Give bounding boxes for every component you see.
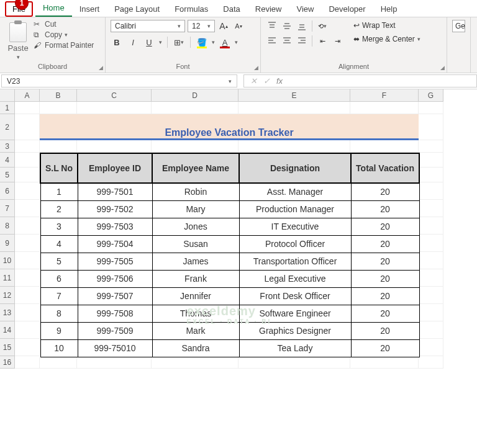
align-middle-button[interactable] — [281, 20, 293, 32]
tab-data[interactable]: Data — [216, 1, 247, 17]
table-cell[interactable]: Robin — [152, 183, 239, 200]
name-box[interactable]: V23 ▾ — [1, 74, 237, 87]
table-cell[interactable]: 20 — [351, 322, 419, 339]
table-cell[interactable]: 999-7508 — [78, 305, 152, 322]
cut-button[interactable]: ✂ Cut — [34, 20, 94, 29]
row-header[interactable]: 4 — [0, 153, 15, 168]
table-cell[interactable]: Software Engineer — [239, 305, 351, 322]
chevron-down-icon[interactable]: ▾ — [235, 39, 238, 45]
shrink-font-button[interactable]: A▾ — [232, 20, 245, 32]
tab-home[interactable]: Home — [35, 0, 72, 17]
table-cell[interactable]: 7 — [40, 287, 78, 305]
table-cell[interactable]: 20 — [351, 287, 419, 305]
table-cell[interactable]: 10 — [40, 339, 78, 357]
table-cell[interactable]: Frank — [152, 270, 239, 287]
table-cell[interactable]: Legal Executive — [239, 270, 351, 287]
table-cell[interactable]: Mark — [152, 322, 239, 339]
tab-page-layout[interactable]: Page Layout — [107, 1, 167, 17]
italic-button[interactable]: I — [127, 36, 139, 48]
font-size-select[interactable]: 12 ▾ — [188, 20, 215, 32]
row-header[interactable]: 12 — [0, 287, 15, 304]
tab-review[interactable]: Review — [248, 1, 289, 17]
alignment-launcher[interactable]: ◢ — [440, 65, 445, 71]
table-cell[interactable]: Asst. Manager — [239, 183, 351, 200]
table-cell[interactable]: Front Desk Officer — [239, 287, 351, 305]
row-header[interactable]: 8 — [0, 217, 15, 235]
column-header[interactable]: A — [15, 89, 40, 102]
borders-button[interactable]: ⊞▾ — [173, 36, 185, 48]
table-cell[interactable]: IT Executive — [239, 218, 351, 235]
row-header[interactable]: 11 — [0, 269, 15, 287]
cells-area[interactable]: Employee Vacation Tracker S.L NoEmployee… — [15, 102, 443, 369]
grow-font-button[interactable]: A▴ — [217, 20, 230, 32]
column-header[interactable]: B — [40, 89, 77, 102]
increase-indent-button[interactable]: ⇥ — [331, 35, 343, 47]
align-bottom-button[interactable] — [296, 20, 308, 32]
align-center-button[interactable] — [281, 35, 293, 47]
table-cell[interactable]: 9 — [40, 322, 78, 339]
table-cell[interactable]: 1 — [40, 183, 78, 200]
column-header[interactable]: E — [238, 89, 350, 102]
row-header[interactable]: 13 — [0, 304, 15, 321]
font-color-button[interactable]: A — [219, 36, 231, 48]
row-header[interactable]: 15 — [0, 339, 15, 356]
table-cell[interactable]: 999-7507 — [78, 287, 152, 305]
align-right-button[interactable] — [296, 35, 308, 47]
table-cell[interactable]: 999-7509 — [78, 322, 152, 339]
number-format-select[interactable]: Ge — [452, 20, 465, 32]
enter-icon[interactable]: ✓ — [263, 76, 270, 86]
tab-insert[interactable]: Insert — [72, 1, 107, 17]
row-header[interactable]: 14 — [0, 321, 15, 339]
format-painter-button[interactable]: 🖌 Format Painter — [34, 41, 94, 50]
table-cell[interactable]: 20 — [351, 183, 419, 200]
font-launcher[interactable]: ◢ — [254, 65, 258, 71]
column-header[interactable]: C — [77, 89, 152, 102]
table-cell[interactable]: 3 — [40, 218, 78, 235]
table-cell[interactable]: 20 — [351, 253, 419, 270]
table-cell[interactable]: 20 — [351, 235, 419, 253]
table-cell[interactable]: Thomas — [152, 305, 239, 322]
fill-color-button[interactable]: 🪣 — [196, 36, 208, 48]
row-header[interactable]: 9 — [0, 235, 15, 252]
table-cell[interactable]: Tea Lady — [239, 339, 351, 357]
row-header[interactable]: 7 — [0, 200, 15, 217]
table-cell[interactable]: 999-7506 — [78, 270, 152, 287]
wrap-text-button[interactable]: ↩ Wrap Text — [351, 20, 423, 31]
table-cell[interactable]: Transportation Officer — [239, 253, 351, 270]
table-cell[interactable]: 20 — [351, 339, 419, 357]
tab-help[interactable]: Help — [373, 1, 405, 17]
table-cell[interactable]: 999-7505 — [78, 253, 152, 270]
table-cell[interactable]: 4 — [40, 235, 78, 253]
row-header[interactable]: 16 — [0, 356, 15, 369]
clipboard-launcher[interactable]: ◢ — [99, 65, 103, 71]
row-header[interactable]: 2 — [0, 114, 15, 140]
table-cell[interactable]: 20 — [351, 200, 419, 218]
table-cell[interactable]: 20 — [351, 218, 419, 235]
table-cell[interactable]: 2 — [40, 200, 78, 218]
align-top-button[interactable] — [266, 20, 278, 32]
table-cell[interactable]: 5 — [40, 253, 78, 270]
row-header[interactable]: 10 — [0, 252, 15, 269]
table-cell[interactable]: Jones — [152, 218, 239, 235]
table-cell[interactable]: Sandra — [152, 339, 239, 357]
chevron-down-icon[interactable]: ▾ — [159, 39, 162, 45]
copy-button[interactable]: ⧉ Copy ▾ — [34, 30, 94, 39]
column-header[interactable]: F — [350, 89, 419, 102]
chevron-down-icon[interactable]: ▾ — [212, 39, 215, 45]
row-header[interactable]: 3 — [0, 140, 15, 153]
table-cell[interactable]: James — [152, 253, 239, 270]
table-cell[interactable]: 20 — [351, 270, 419, 287]
paste-button[interactable]: Paste ▾ — [5, 20, 31, 63]
table-cell[interactable]: Production Manager — [239, 200, 351, 218]
table-cell[interactable]: 999-7504 — [78, 235, 152, 253]
font-name-select[interactable]: Calibri ▾ — [111, 20, 185, 32]
table-cell[interactable]: 20 — [351, 305, 419, 322]
tab-developer[interactable]: Developer — [321, 1, 373, 17]
select-all-corner[interactable] — [0, 89, 15, 102]
tab-view[interactable]: View — [289, 1, 321, 17]
orientation-button[interactable]: ⟲▾ — [316, 20, 329, 32]
decrease-indent-button[interactable]: ⇤ — [316, 35, 329, 47]
bold-button[interactable]: B — [111, 36, 123, 48]
column-header[interactable]: G — [419, 89, 443, 102]
table-cell[interactable]: 6 — [40, 270, 78, 287]
